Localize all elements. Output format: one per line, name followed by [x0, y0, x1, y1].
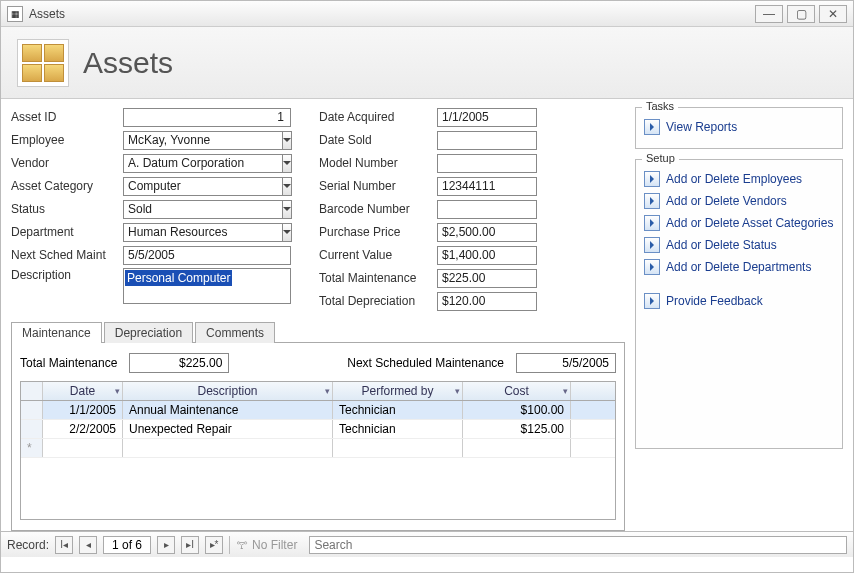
- barcode-number-field[interactable]: [437, 200, 537, 219]
- row-selector[interactable]: [21, 401, 43, 419]
- nav-prev-button[interactable]: ◂: [79, 536, 97, 554]
- label-tab-next-maint: Next Scheduled Maintenance: [347, 356, 504, 370]
- label-tab-total-maint: Total Maintenance: [20, 356, 117, 370]
- employee-field[interactable]: [123, 131, 282, 150]
- asset-id-field[interactable]: [123, 108, 291, 127]
- form-area: Asset ID Employee Vendor Asset Category …: [11, 107, 625, 317]
- department-field[interactable]: [123, 223, 282, 242]
- tab-maintenance[interactable]: Maintenance: [11, 322, 102, 343]
- maximize-button[interactable]: ▢: [787, 5, 815, 23]
- tab-strip: Maintenance Depreciation Comments: [11, 321, 625, 343]
- add-delete-employees-button[interactable]: Add or Delete Employees: [642, 168, 836, 190]
- total-maintenance-field[interactable]: [437, 269, 537, 288]
- asset-category-field[interactable]: [123, 177, 282, 196]
- tab-panel-maintenance: Total Maintenance Next Scheduled Mainten…: [11, 343, 625, 531]
- label-total-maintenance: Total Maintenance: [319, 271, 431, 285]
- label-model-number: Model Number: [319, 156, 431, 170]
- col-date[interactable]: Date▾: [43, 382, 123, 400]
- record-label: Record:: [7, 538, 49, 552]
- arrow-icon: [644, 171, 660, 187]
- window-titlebar: ▦ Assets — ▢ ✕: [1, 1, 853, 27]
- record-nav-bar: Record: I◂ ◂ 1 of 6 ▸ ▸I ▸* 🝖 No Filter: [1, 531, 853, 557]
- provide-feedback-button[interactable]: Provide Feedback: [642, 290, 836, 312]
- grid-select-all[interactable]: [21, 382, 43, 400]
- tab-total-maint-field[interactable]: [129, 353, 229, 373]
- close-button[interactable]: ✕: [819, 5, 847, 23]
- label-next-sched-maint: Next Sched Maint: [11, 248, 117, 262]
- label-description: Description: [11, 268, 117, 282]
- add-delete-vendors-button[interactable]: Add or Delete Vendors: [642, 190, 836, 212]
- date-sold-field[interactable]: [437, 131, 537, 150]
- current-value-field[interactable]: [437, 246, 537, 265]
- arrow-icon: [644, 193, 660, 209]
- col-cost[interactable]: Cost▾: [463, 382, 571, 400]
- nav-first-button[interactable]: I◂: [55, 536, 73, 554]
- label-asset-id: Asset ID: [11, 110, 117, 124]
- tab-depreciation[interactable]: Depreciation: [104, 322, 193, 343]
- purchase-price-field[interactable]: [437, 223, 537, 242]
- nav-last-button[interactable]: ▸I: [181, 536, 199, 554]
- label-serial-number: Serial Number: [319, 179, 431, 193]
- add-delete-status-button[interactable]: Add or Delete Status: [642, 234, 836, 256]
- label-department: Department: [11, 225, 117, 239]
- arrow-icon: [644, 215, 660, 231]
- arrow-icon: [644, 259, 660, 275]
- label-current-value: Current Value: [319, 248, 431, 262]
- label-total-depreciation: Total Depreciation: [319, 294, 431, 308]
- row-selector-new[interactable]: *: [21, 439, 43, 457]
- vendor-field[interactable]: [123, 154, 282, 173]
- description-field[interactable]: Personal Computer: [123, 268, 291, 304]
- app-icon: ▦: [7, 6, 23, 22]
- label-date-sold: Date Sold: [319, 133, 431, 147]
- col-performed-by[interactable]: Performed by▾: [333, 382, 463, 400]
- arrow-icon: [644, 293, 660, 309]
- new-row[interactable]: *: [21, 439, 615, 458]
- label-date-acquired: Date Acquired: [319, 110, 431, 124]
- nav-new-button[interactable]: ▸*: [205, 536, 223, 554]
- filter-indicator[interactable]: 🝖 No Filter: [229, 536, 303, 554]
- record-position[interactable]: 1 of 6: [103, 536, 151, 554]
- filter-icon: 🝖: [236, 538, 248, 552]
- maintenance-grid: Date▾ Description▾ Performed by▾ Cost▾ 1…: [20, 381, 616, 520]
- department-dropdown[interactable]: [282, 223, 292, 242]
- setup-group: Setup Add or Delete Employees Add or Del…: [635, 159, 843, 449]
- total-depreciation-field[interactable]: [437, 292, 537, 311]
- label-status: Status: [11, 202, 117, 216]
- label-vendor: Vendor: [11, 156, 117, 170]
- arrow-icon: [644, 237, 660, 253]
- vendor-dropdown[interactable]: [282, 154, 292, 173]
- view-reports-button[interactable]: View Reports: [642, 116, 836, 138]
- status-dropdown[interactable]: [282, 200, 292, 219]
- col-description[interactable]: Description▾: [123, 382, 333, 400]
- page-title: Assets: [83, 46, 173, 80]
- form-header: Assets: [1, 27, 853, 99]
- label-asset-category: Asset Category: [11, 179, 117, 193]
- tasks-group: Tasks View Reports: [635, 107, 843, 149]
- add-delete-categories-button[interactable]: Add or Delete Asset Categories: [642, 212, 836, 234]
- next-sched-maint-field[interactable]: [123, 246, 291, 265]
- tasks-title: Tasks: [642, 100, 678, 112]
- tab-next-maint-field[interactable]: [516, 353, 616, 373]
- table-row[interactable]: 1/1/2005 Annual Maintenance Technician $…: [21, 401, 615, 420]
- label-employee: Employee: [11, 133, 117, 147]
- employee-dropdown[interactable]: [282, 131, 292, 150]
- setup-title: Setup: [642, 152, 679, 164]
- model-number-field[interactable]: [437, 154, 537, 173]
- nav-next-button[interactable]: ▸: [157, 536, 175, 554]
- window-title: Assets: [29, 7, 751, 21]
- tab-comments[interactable]: Comments: [195, 322, 275, 343]
- arrow-icon: [644, 119, 660, 135]
- asset-category-dropdown[interactable]: [282, 177, 292, 196]
- label-purchase-price: Purchase Price: [319, 225, 431, 239]
- row-selector[interactable]: [21, 420, 43, 438]
- folder-grid-icon: [17, 39, 69, 87]
- search-input[interactable]: [309, 536, 847, 554]
- status-field[interactable]: [123, 200, 282, 219]
- label-barcode-number: Barcode Number: [319, 202, 431, 216]
- minimize-button[interactable]: —: [755, 5, 783, 23]
- add-delete-departments-button[interactable]: Add or Delete Departments: [642, 256, 836, 278]
- date-acquired-field[interactable]: [437, 108, 537, 127]
- serial-number-field[interactable]: [437, 177, 537, 196]
- table-row[interactable]: 2/2/2005 Unexpected Repair Technician $1…: [21, 420, 615, 439]
